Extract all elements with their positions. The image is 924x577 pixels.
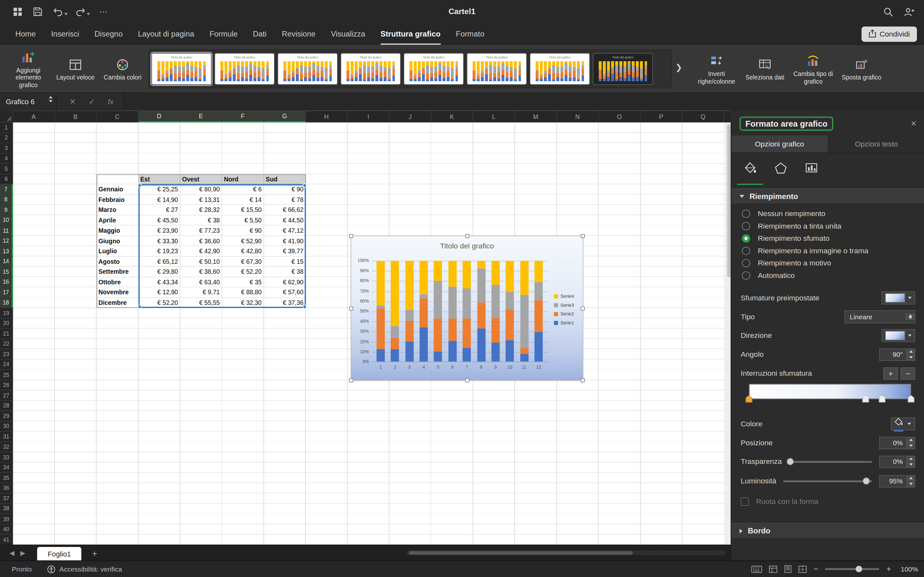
column-header-q[interactable]: Q	[682, 111, 724, 122]
month-cell[interactable]: Agosto	[97, 256, 138, 267]
row-header-26[interactable]: 26	[0, 380, 13, 390]
value-cell[interactable]: € 36,60	[180, 236, 222, 246]
gradient-direction-dropdown[interactable]	[882, 329, 915, 342]
column-header-a[interactable]: A	[13, 111, 55, 122]
column-header-d[interactable]: D	[139, 111, 180, 122]
chart-style-thumb-2[interactable]: Titolo del grafico	[215, 53, 275, 85]
column-header-l[interactable]: L	[473, 111, 515, 122]
row-header-11[interactable]: 11	[0, 226, 13, 235]
row-header-23[interactable]: 23	[0, 349, 13, 359]
seleziona-dati-button[interactable]: Seleziona dati	[742, 47, 787, 91]
value-cell[interactable]: € 42,80	[222, 246, 264, 256]
gradient-color-dropdown[interactable]	[891, 417, 915, 430]
column-header-j[interactable]: J	[389, 111, 431, 122]
ribbon-tab-disegno[interactable]: Disegno	[95, 23, 123, 45]
inverti-righe-colonne-button[interactable]: Inverti righe/colonne	[694, 47, 739, 91]
fill-option-nessun-riempimento[interactable]: Nessun riempimento	[731, 207, 924, 220]
value-cell[interactable]: € 52,20	[222, 267, 264, 277]
stepper-arrows[interactable]	[906, 475, 915, 487]
value-cell[interactable]: € 32,30	[222, 298, 264, 308]
undo-icon[interactable]	[53, 7, 68, 18]
more-commands-icon[interactable]: …	[99, 5, 108, 14]
gradient-type-stepper[interactable]	[906, 314, 915, 319]
table-header-cell[interactable]: Nord	[222, 174, 264, 184]
gradient-stop-2[interactable]	[862, 395, 869, 403]
row-header-35[interactable]: 35	[0, 473, 13, 483]
row-header-36[interactable]: 36	[0, 483, 13, 493]
chart-style-thumb-8[interactable]: Titolo del grafico	[593, 53, 653, 85]
gradient-angle-stepper[interactable]: 90°	[879, 348, 915, 361]
column-header-c[interactable]: C	[97, 111, 138, 122]
brightness-stepper[interactable]: 95%	[879, 475, 915, 487]
month-cell[interactable]: Giugno	[97, 236, 138, 246]
enter-icon[interactable]: ✓	[89, 97, 95, 106]
row-header-32[interactable]: 32	[0, 442, 13, 452]
close-pane-icon[interactable]: ×	[911, 118, 916, 129]
value-cell[interactable]: € 57,60	[264, 287, 306, 298]
fill-option-riempimento-a-tinta-unita[interactable]: Riempimento a tinta unita	[731, 219, 924, 232]
chart-style-thumb-1[interactable]: Titolo del grafico	[152, 53, 212, 85]
value-cell[interactable]: € 14,90	[139, 195, 180, 205]
chart-resize-handle[interactable]	[349, 378, 353, 382]
share-user-icon[interactable]	[903, 7, 915, 19]
undo-menu-chevron-icon[interactable]	[64, 13, 68, 15]
row-header-20[interactable]: 20	[0, 318, 13, 329]
row-header-18[interactable]: 18	[0, 298, 13, 308]
row-header-24[interactable]: 24	[0, 359, 13, 370]
value-cell[interactable]: € 15,50	[222, 205, 264, 215]
size-properties-tab[interactable]	[798, 155, 825, 185]
value-cell[interactable]: € 6	[222, 184, 264, 195]
value-cell[interactable]: € 50,10	[180, 256, 222, 267]
row-header-12[interactable]: 12	[0, 236, 13, 246]
legend-item-serie3[interactable]: Serie3	[554, 303, 574, 308]
transparency-knob[interactable]	[787, 458, 794, 465]
zoom-slider[interactable]	[825, 568, 879, 570]
value-cell[interactable]: € 13,31	[180, 195, 222, 205]
column-header-b[interactable]: B	[55, 111, 97, 122]
column-header-e[interactable]: E	[180, 111, 222, 122]
transparency-stepper[interactable]: 0%	[879, 456, 915, 468]
aggiungi-elemento-grafico-button[interactable]: Aggiungi elemento grafico	[6, 47, 51, 91]
row-header-37[interactable]: 37	[0, 493, 13, 504]
row-header-1[interactable]: 1	[0, 122, 13, 133]
month-cell[interactable]: Gennaio	[97, 184, 138, 195]
radio-riempimento-sfumato[interactable]	[742, 234, 750, 242]
fill-option-automatico[interactable]: Automatico	[731, 269, 924, 282]
ribbon-tab-layout-di-pagina[interactable]: Layout di pagina	[138, 23, 194, 45]
search-icon[interactable]	[883, 7, 893, 19]
zoom-in-button[interactable]: +	[887, 564, 891, 574]
row-header-38[interactable]: 38	[0, 504, 13, 514]
section-riempimento[interactable]: Riempimento	[731, 189, 924, 205]
accessibility-status[interactable]: Accessibilità: verifica	[59, 566, 122, 572]
value-cell[interactable]: € 43,34	[139, 277, 180, 287]
ribbon-tab-struttura-grafico[interactable]: Struttura grafico	[381, 23, 441, 45]
zoom-out-button[interactable]: −	[814, 564, 818, 574]
sposta-grafico-button[interactable]: Sposta grafico	[839, 47, 884, 91]
row-header-21[interactable]: 21	[0, 329, 13, 339]
ribbon-tab-dati[interactable]: Dati	[253, 23, 266, 45]
value-cell[interactable]: € 27	[139, 205, 180, 215]
horizontal-scrollbar[interactable]	[407, 550, 726, 555]
row-header-15[interactable]: 15	[0, 267, 13, 277]
value-cell[interactable]: € 55,55	[180, 298, 222, 308]
preset-gradients-dropdown[interactable]	[882, 292, 915, 304]
value-cell[interactable]: € 90	[264, 184, 306, 195]
remove-gradient-stop-button[interactable]: −	[901, 367, 915, 380]
value-cell[interactable]: € 62,90	[264, 277, 306, 287]
gallery-next-icon[interactable]: ❯	[675, 63, 682, 72]
ribbon-tab-formato[interactable]: Formato	[456, 23, 485, 45]
month-cell[interactable]: Maggio	[97, 226, 138, 235]
stepper-arrows[interactable]	[906, 437, 915, 449]
table-header-cell[interactable]: Est	[139, 174, 180, 184]
effects-tab[interactable]	[768, 155, 794, 185]
fx-icon[interactable]: fx	[108, 97, 113, 106]
value-cell[interactable]: € 19,23	[139, 246, 180, 256]
value-cell[interactable]: € 37,36	[264, 298, 306, 308]
share-button[interactable]: Condividi	[861, 27, 917, 42]
value-cell[interactable]: € 88,80	[222, 287, 264, 298]
radio-riempimento-a-tinta-unita[interactable]	[742, 222, 750, 230]
brightness-slider[interactable]	[783, 480, 872, 482]
row-header-9[interactable]: 9	[0, 205, 13, 215]
month-cell[interactable]: Ottobre	[97, 277, 138, 287]
accessibility-icon[interactable]	[47, 565, 55, 573]
